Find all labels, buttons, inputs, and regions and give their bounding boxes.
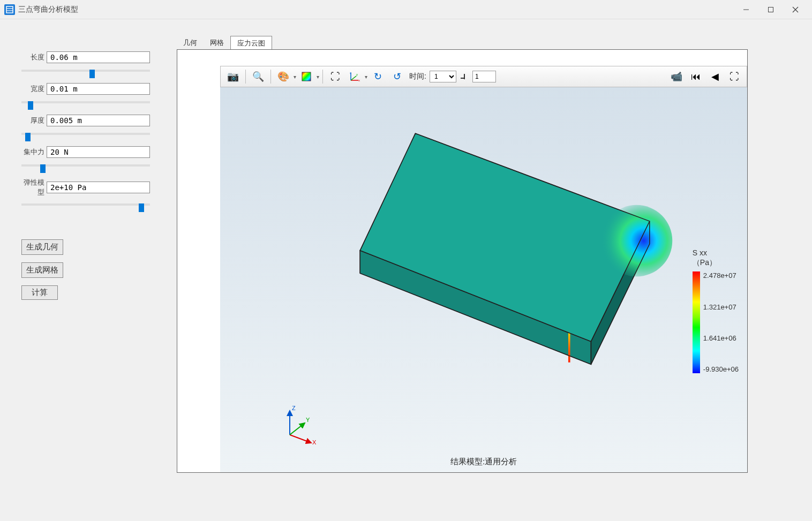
thickness-input[interactable] [47,115,150,126]
force-label: 集中力 [21,147,44,157]
viewer: 📷 🔍 🎨 ▾ ▾ [177,49,748,473]
legend-tick-0: 2.478e+07 [703,271,739,280]
step-button[interactable] [457,69,469,85]
render-canvas[interactable]: Z Y X S xx （Pa） 2.478e+07 1.321e+07 [220,87,747,472]
maximize-button[interactable] [758,1,783,18]
legend-tick-2: 1.641e+06 [703,334,739,342]
zoom-icon[interactable]: 🔍 [249,69,267,85]
axis-x-label: X [312,439,317,446]
axis-z-label: Z [292,405,296,411]
window-title: 三点弯曲分析模型 [18,5,78,14]
svg-line-11 [351,76,356,80]
width-label: 宽度 [21,84,44,94]
rotate-cw-icon[interactable]: ↻ [369,69,387,85]
tab-mesh[interactable]: 网格 [204,36,230,50]
length-input[interactable] [47,51,150,63]
viewer-toolbar: 📷 🔍 🎨 ▾ ▾ [220,66,747,87]
palette-icon[interactable]: 🎨 [274,69,292,85]
legend-title-line1: S xx [693,248,739,258]
expand-icon[interactable]: ⛶ [725,69,743,85]
legend-title-line2: （Pa） [693,258,739,267]
time-label: 时间: [409,72,426,81]
tab-stress-contour[interactable]: 应力云图 [230,36,272,50]
time-select[interactable]: 1 [430,71,456,82]
svg-rect-0 [6,6,13,13]
prev-frame-icon[interactable]: ◀ [706,69,724,85]
first-frame-icon[interactable]: ⏮ [687,69,705,85]
sidebar: 长度 宽度 厚度 集中力 弹性模型 生成几何 生成网格 计算 [0,19,171,521]
rainbow-cube-icon[interactable] [297,69,315,85]
svg-point-20 [601,205,673,277]
app-icon [4,4,15,15]
modulus-input[interactable] [47,182,150,193]
force-slider[interactable] [21,164,150,167]
width-input[interactable] [47,83,150,95]
rotate-ccw-icon[interactable]: ↺ [388,69,406,85]
axis-y-label: Y [306,417,310,423]
main-panel: 几何 网格 应力云图 📷 🔍 🎨 ▾ [171,19,812,521]
svg-rect-16 [461,78,465,79]
zoom-extents-icon[interactable]: ⛶ [326,69,344,85]
color-legend: S xx （Pa） 2.478e+07 1.321e+07 1.641e+06 … [693,248,739,373]
svg-rect-7 [302,72,311,81]
close-button[interactable] [783,1,808,18]
legend-tick-3: -9.930e+06 [703,365,739,373]
thickness-label: 厚度 [21,116,44,125]
tab-bar: 几何 网格 应力云图 [177,35,748,49]
length-slider[interactable] [21,70,150,72]
compute-button[interactable]: 计算 [21,285,58,300]
svg-line-23 [290,435,311,443]
legend-colorbar [693,271,700,373]
result-label: 结果模型:通用分析 [450,457,517,467]
svg-rect-21 [568,333,570,363]
tab-geometry[interactable]: 几何 [177,36,204,50]
svg-rect-4 [769,7,773,12]
titlebar: 三点弯曲分析模型 [0,0,812,19]
minimize-button[interactable] [734,1,758,18]
time-spin[interactable] [472,71,496,82]
orientation-axes: Z Y X [279,403,322,446]
force-input[interactable] [47,146,150,158]
modulus-label: 弹性模型 [21,178,44,197]
camera-icon[interactable]: 📷 [224,69,242,85]
svg-text:z: z [350,71,351,74]
video-icon[interactable]: 📹 [667,69,686,85]
length-label: 长度 [21,52,44,62]
svg-line-24 [290,423,305,435]
width-slider[interactable] [21,101,150,103]
triad-icon[interactable]: x y z [345,69,364,85]
generate-geometry-button[interactable]: 生成几何 [21,239,63,255]
svg-text:x: x [358,79,360,82]
legend-tick-1: 1.321e+07 [703,303,739,311]
thickness-slider[interactable] [21,133,150,135]
generate-mesh-button[interactable]: 生成网格 [21,262,63,278]
svg-text:y: y [356,73,358,76]
modulus-slider[interactable] [21,203,150,206]
